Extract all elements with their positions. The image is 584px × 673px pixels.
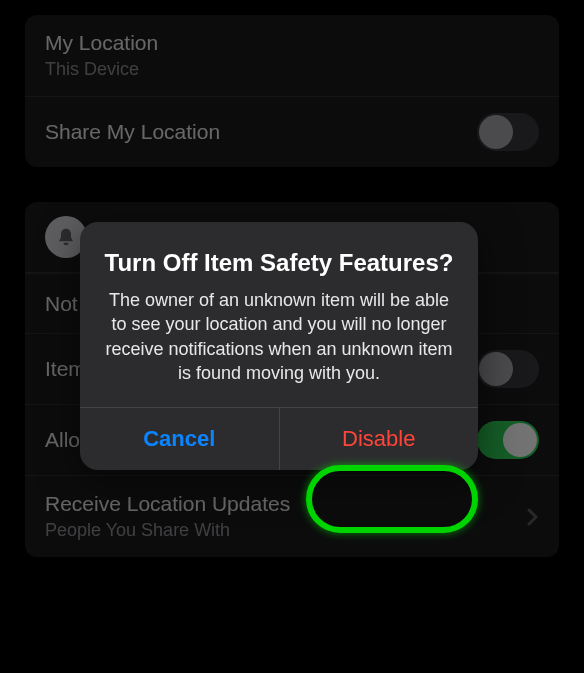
disable-button[interactable]: Disable (280, 408, 479, 470)
dialog-actions: Cancel Disable (80, 407, 478, 470)
dialog-title: Turn Off Item Safety Features? (102, 248, 456, 278)
cancel-button[interactable]: Cancel (80, 408, 280, 470)
dialog-message: The owner of an unknown item will be abl… (102, 288, 456, 385)
confirm-dialog: Turn Off Item Safety Features? The owner… (80, 222, 478, 470)
dialog-body: Turn Off Item Safety Features? The owner… (80, 222, 478, 407)
